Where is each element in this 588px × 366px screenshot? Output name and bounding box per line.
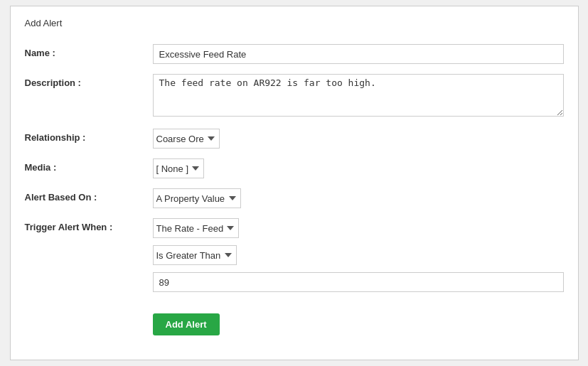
description-label: Description : — [25, 74, 153, 88]
description-input-wrap: The feed rate on AR922 is far too high. — [153, 74, 564, 119]
alert-based-on-select[interactable]: A Property Value — [153, 188, 241, 208]
trigger-alert-when-label: Trigger Alert When : — [25, 218, 153, 232]
submit-label-spacer — [25, 309, 153, 313]
trigger-condition-row: Is Greater Than — [153, 245, 564, 265]
add-alert-panel: Add Alert Name : Description : The feed … — [10, 6, 579, 360]
trigger-condition-select[interactable]: Is Greater Than — [153, 245, 237, 265]
relationship-row: Relationship : Coarse Ore — [25, 129, 564, 149]
trigger-controls-wrap: The Rate - Feed Is Greater Than — [153, 218, 564, 299]
relationship-label: Relationship : — [25, 129, 153, 143]
trigger-alert-when-row: Trigger Alert When : The Rate - Feed Is … — [25, 218, 564, 299]
submit-row: Add Alert — [25, 309, 564, 335]
submit-wrap: Add Alert — [153, 309, 564, 335]
relationship-select[interactable]: Coarse Ore — [153, 129, 220, 149]
trigger-rate-row: The Rate - Feed — [153, 218, 564, 238]
add-alert-button[interactable]: Add Alert — [153, 313, 220, 335]
trigger-rate-select[interactable]: The Rate - Feed — [153, 218, 239, 238]
description-input[interactable]: The feed rate on AR922 is far too high. — [153, 74, 564, 117]
name-input-wrap — [153, 44, 564, 64]
name-input[interactable] — [153, 44, 564, 64]
alert-based-on-label: Alert Based On : — [25, 188, 153, 203]
trigger-value-input[interactable] — [153, 272, 564, 292]
alert-based-on-select-wrap: A Property Value — [153, 188, 564, 208]
media-select[interactable]: [ None ] — [153, 158, 204, 178]
relationship-select-wrap: Coarse Ore — [153, 129, 564, 149]
media-label: Media : — [25, 158, 153, 173]
name-label: Name : — [25, 44, 153, 58]
media-row: Media : [ None ] — [25, 158, 564, 178]
name-row: Name : — [25, 44, 564, 64]
alert-based-on-row: Alert Based On : A Property Value — [25, 188, 564, 208]
trigger-value-row — [153, 272, 564, 292]
media-select-wrap: [ None ] — [153, 158, 564, 178]
description-row: Description : The feed rate on AR922 is … — [25, 74, 564, 119]
panel-title: Add Alert — [25, 18, 564, 31]
